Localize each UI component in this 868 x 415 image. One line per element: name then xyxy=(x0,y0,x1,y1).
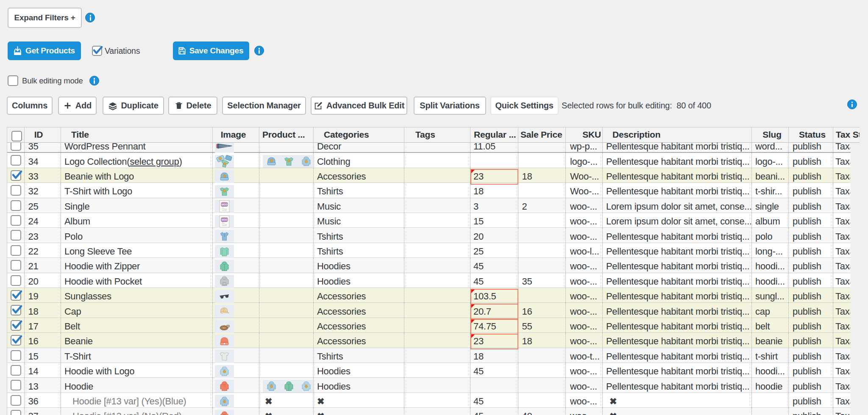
svg-text:WOO: WOO xyxy=(222,204,228,206)
svg-text:WOO: WOO xyxy=(222,219,228,221)
